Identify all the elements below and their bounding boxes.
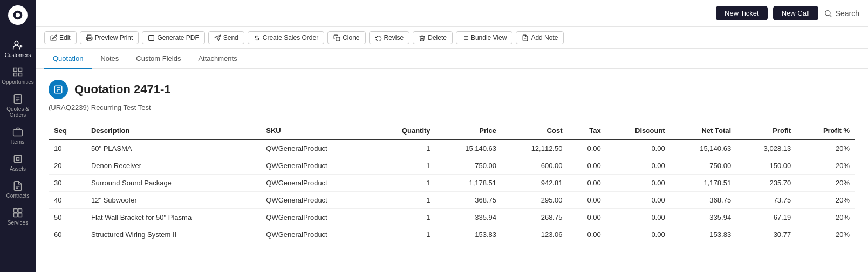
sidebar-item-quotes-label: Quotes & Orders xyxy=(0,106,36,118)
cell-discount: 0.00 xyxy=(606,226,671,243)
cell-seq: 40 xyxy=(49,192,86,209)
cell-price: 368.75 xyxy=(436,192,502,209)
svg-point-19 xyxy=(825,10,830,15)
tab-quotation[interactable]: Quotation xyxy=(44,49,92,69)
cell-description: Structured Wiring System II xyxy=(86,226,261,243)
delete-icon xyxy=(419,34,426,41)
svg-rect-12 xyxy=(14,155,21,162)
col-header-discount: Discount xyxy=(606,122,671,140)
cell-cost: 600.00 xyxy=(502,157,568,175)
sidebar-item-quotes[interactable]: Quotes & Orders xyxy=(0,89,36,122)
svg-point-1 xyxy=(16,13,20,17)
add-note-button[interactable]: Add Note xyxy=(516,31,564,44)
cell-sku: QWGeneralProduct xyxy=(261,226,374,243)
tab-notes[interactable]: Notes xyxy=(92,49,127,69)
tabs: Quotation Notes Custom Fields Attachment… xyxy=(36,49,868,69)
dollar-icon xyxy=(254,34,261,41)
cell-description: 50" PLASMA xyxy=(86,140,261,157)
cell-price: 153.83 xyxy=(436,226,502,243)
col-header-price: Price xyxy=(436,122,502,140)
cell-sku: QWGeneralProduct xyxy=(261,175,374,192)
sidebar-item-items-label: Items xyxy=(11,139,24,145)
cell-seq: 10 xyxy=(49,140,86,157)
cell-price: 15,140.63 xyxy=(436,140,502,157)
bundle-view-button[interactable]: Bundle View xyxy=(456,31,513,44)
cell-quantity: 1 xyxy=(374,140,435,157)
cell-discount: 0.00 xyxy=(606,209,671,226)
revise-button[interactable]: Revise xyxy=(369,31,410,44)
col-header-net-total: Net Total xyxy=(671,122,736,140)
cell-profit: 73.75 xyxy=(736,192,796,209)
send-button[interactable]: Send xyxy=(208,31,244,44)
cell-quantity: 1 xyxy=(374,175,435,192)
cell-description: Surround Sound Package xyxy=(86,175,261,192)
sidebar-item-services[interactable]: Services xyxy=(0,203,36,230)
tab-attachments[interactable]: Attachments xyxy=(189,49,245,69)
table-row: 1050" PLASMAQWGeneralProduct115,140.6312… xyxy=(49,140,855,157)
cell-net_total: 368.75 xyxy=(671,192,736,209)
sidebar-item-services-label: Services xyxy=(8,220,28,226)
cell-profit_pct: 20% xyxy=(796,192,855,209)
cell-seq: 30 xyxy=(49,175,86,192)
cell-sku: QWGeneralProduct xyxy=(261,140,374,157)
cell-quantity: 1 xyxy=(374,192,435,209)
cell-cost: 123.06 xyxy=(502,226,568,243)
sidebar: Customers Opportunities Quotes & Orders … xyxy=(0,0,36,272)
cell-discount: 0.00 xyxy=(606,175,671,192)
revise-icon xyxy=(375,34,382,41)
sidebar-item-opportunities-label: Opportunities xyxy=(2,79,33,85)
cell-tax: 0.00 xyxy=(568,140,606,157)
main-content: New Ticket New Call Search Edit Preview … xyxy=(36,0,868,272)
cell-description: Denon Receiver xyxy=(86,157,261,175)
col-header-profit-pct: Profit % xyxy=(796,122,855,140)
col-header-cost: Cost xyxy=(502,122,568,140)
sidebar-item-customers-label: Customers xyxy=(5,52,31,58)
cell-seq: 60 xyxy=(49,226,86,243)
clone-button[interactable]: Clone xyxy=(327,31,365,44)
cell-quantity: 1 xyxy=(374,209,435,226)
cell-net_total: 153.83 xyxy=(671,226,736,243)
cell-net_total: 15,140.63 xyxy=(671,140,736,157)
app-logo xyxy=(8,5,28,25)
cell-sku: QWGeneralProduct xyxy=(261,192,374,209)
create-sales-order-button[interactable]: Create Sales Order xyxy=(248,31,324,44)
delete-button[interactable]: Delete xyxy=(413,31,453,44)
new-call-button[interactable]: New Call xyxy=(773,6,818,20)
svg-rect-4 xyxy=(19,68,22,72)
cell-discount: 0.00 xyxy=(606,157,671,175)
sidebar-item-items[interactable]: Items xyxy=(0,122,36,149)
cell-profit_pct: 20% xyxy=(796,175,855,192)
toolbar: Edit Preview Print Generate PDF Send Cre… xyxy=(36,27,868,49)
col-header-sku: SKU xyxy=(261,122,374,140)
new-ticket-button[interactable]: New Ticket xyxy=(716,6,768,20)
col-header-profit: Profit xyxy=(736,122,796,140)
cell-tax: 0.00 xyxy=(568,192,606,209)
cell-tax: 0.00 xyxy=(568,157,606,175)
cell-net_total: 335.94 xyxy=(671,209,736,226)
svg-rect-6 xyxy=(19,73,22,76)
sidebar-item-contracts[interactable]: Contracts xyxy=(0,176,36,203)
sidebar-item-opportunities[interactable]: Opportunities xyxy=(0,62,36,89)
note-icon xyxy=(522,34,529,41)
cell-profit: 3,028.13 xyxy=(736,140,796,157)
bundle-icon xyxy=(462,34,469,41)
preview-print-button[interactable]: Preview Print xyxy=(80,31,139,44)
cell-net_total: 750.00 xyxy=(671,157,736,175)
sidebar-item-contracts-label: Contracts xyxy=(6,193,30,199)
svg-line-20 xyxy=(830,15,831,17)
tab-custom-fields[interactable]: Custom Fields xyxy=(127,49,189,69)
table-row: 4012" SubwooferQWGeneralProduct1368.7529… xyxy=(49,192,855,209)
search-area[interactable]: Search xyxy=(824,9,859,18)
generate-pdf-button[interactable]: Generate PDF xyxy=(142,31,204,44)
topbar: New Ticket New Call Search xyxy=(36,0,868,27)
svg-rect-18 xyxy=(18,213,22,217)
sidebar-item-assets[interactable]: Assets xyxy=(0,149,36,176)
cell-seq: 20 xyxy=(49,157,86,175)
sidebar-item-customers[interactable]: Customers xyxy=(0,36,36,62)
table-row: 50Flat Wall Bracket for 50" PlasmaQWGene… xyxy=(49,209,855,226)
cell-seq: 50 xyxy=(49,209,86,226)
edit-button[interactable]: Edit xyxy=(44,31,77,44)
cell-description: Flat Wall Bracket for 50" Plasma xyxy=(86,209,261,226)
quotation-header: Quotation 2471-1 xyxy=(49,80,855,99)
svg-rect-15 xyxy=(14,209,18,213)
